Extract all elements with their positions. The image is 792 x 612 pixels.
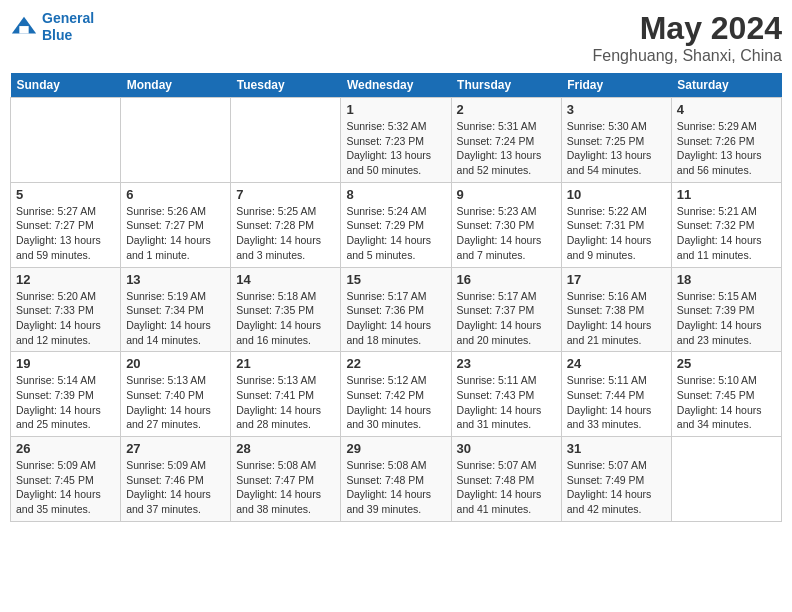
day-info: Sunrise: 5:16 AM Sunset: 7:38 PM Dayligh… — [567, 289, 666, 348]
day-number: 3 — [567, 102, 666, 117]
logo: General Blue — [10, 10, 94, 44]
calendar-cell: 14Sunrise: 5:18 AM Sunset: 7:35 PM Dayli… — [231, 267, 341, 352]
calendar-cell: 15Sunrise: 5:17 AM Sunset: 7:36 PM Dayli… — [341, 267, 451, 352]
day-info: Sunrise: 5:26 AM Sunset: 7:27 PM Dayligh… — [126, 204, 225, 263]
calendar-cell: 6Sunrise: 5:26 AM Sunset: 7:27 PM Daylig… — [121, 182, 231, 267]
calendar-cell: 17Sunrise: 5:16 AM Sunset: 7:38 PM Dayli… — [561, 267, 671, 352]
day-info: Sunrise: 5:32 AM Sunset: 7:23 PM Dayligh… — [346, 119, 445, 178]
day-info: Sunrise: 5:17 AM Sunset: 7:37 PM Dayligh… — [457, 289, 556, 348]
day-number: 12 — [16, 272, 115, 287]
day-info: Sunrise: 5:20 AM Sunset: 7:33 PM Dayligh… — [16, 289, 115, 348]
day-info: Sunrise: 5:11 AM Sunset: 7:43 PM Dayligh… — [457, 373, 556, 432]
day-number: 27 — [126, 441, 225, 456]
day-number: 1 — [346, 102, 445, 117]
page-header: General Blue May 2024 Fenghuang, Shanxi,… — [10, 10, 782, 65]
calendar-cell: 4Sunrise: 5:29 AM Sunset: 7:26 PM Daylig… — [671, 98, 781, 183]
page-subtitle: Fenghuang, Shanxi, China — [593, 47, 782, 65]
calendar-week-1: 1Sunrise: 5:32 AM Sunset: 7:23 PM Daylig… — [11, 98, 782, 183]
day-header-monday: Monday — [121, 73, 231, 98]
day-info: Sunrise: 5:10 AM Sunset: 7:45 PM Dayligh… — [677, 373, 776, 432]
day-number: 14 — [236, 272, 335, 287]
day-number: 29 — [346, 441, 445, 456]
day-info: Sunrise: 5:31 AM Sunset: 7:24 PM Dayligh… — [457, 119, 556, 178]
day-info: Sunrise: 5:13 AM Sunset: 7:41 PM Dayligh… — [236, 373, 335, 432]
calendar-cell: 18Sunrise: 5:15 AM Sunset: 7:39 PM Dayli… — [671, 267, 781, 352]
day-info: Sunrise: 5:22 AM Sunset: 7:31 PM Dayligh… — [567, 204, 666, 263]
day-number: 16 — [457, 272, 556, 287]
day-number: 18 — [677, 272, 776, 287]
day-header-wednesday: Wednesday — [341, 73, 451, 98]
title-block: May 2024 Fenghuang, Shanxi, China — [593, 10, 782, 65]
day-info: Sunrise: 5:07 AM Sunset: 7:49 PM Dayligh… — [567, 458, 666, 517]
day-number: 5 — [16, 187, 115, 202]
calendar-cell: 1Sunrise: 5:32 AM Sunset: 7:23 PM Daylig… — [341, 98, 451, 183]
calendar-body: 1Sunrise: 5:32 AM Sunset: 7:23 PM Daylig… — [11, 98, 782, 522]
day-info: Sunrise: 5:15 AM Sunset: 7:39 PM Dayligh… — [677, 289, 776, 348]
day-number: 20 — [126, 356, 225, 371]
calendar-cell: 13Sunrise: 5:19 AM Sunset: 7:34 PM Dayli… — [121, 267, 231, 352]
day-info: Sunrise: 5:30 AM Sunset: 7:25 PM Dayligh… — [567, 119, 666, 178]
calendar-cell: 29Sunrise: 5:08 AM Sunset: 7:48 PM Dayli… — [341, 437, 451, 522]
calendar-cell: 16Sunrise: 5:17 AM Sunset: 7:37 PM Dayli… — [451, 267, 561, 352]
day-number: 24 — [567, 356, 666, 371]
calendar-cell: 20Sunrise: 5:13 AM Sunset: 7:40 PM Dayli… — [121, 352, 231, 437]
page-title: May 2024 — [593, 10, 782, 47]
calendar-cell — [671, 437, 781, 522]
day-number: 8 — [346, 187, 445, 202]
calendar-cell: 24Sunrise: 5:11 AM Sunset: 7:44 PM Dayli… — [561, 352, 671, 437]
day-info: Sunrise: 5:17 AM Sunset: 7:36 PM Dayligh… — [346, 289, 445, 348]
day-info: Sunrise: 5:25 AM Sunset: 7:28 PM Dayligh… — [236, 204, 335, 263]
calendar-cell: 21Sunrise: 5:13 AM Sunset: 7:41 PM Dayli… — [231, 352, 341, 437]
day-number: 21 — [236, 356, 335, 371]
day-number: 6 — [126, 187, 225, 202]
day-info: Sunrise: 5:13 AM Sunset: 7:40 PM Dayligh… — [126, 373, 225, 432]
calendar-cell: 28Sunrise: 5:08 AM Sunset: 7:47 PM Dayli… — [231, 437, 341, 522]
calendar-week-3: 12Sunrise: 5:20 AM Sunset: 7:33 PM Dayli… — [11, 267, 782, 352]
calendar-table: SundayMondayTuesdayWednesdayThursdayFrid… — [10, 73, 782, 522]
calendar-cell: 23Sunrise: 5:11 AM Sunset: 7:43 PM Dayli… — [451, 352, 561, 437]
calendar-cell: 9Sunrise: 5:23 AM Sunset: 7:30 PM Daylig… — [451, 182, 561, 267]
calendar-cell: 8Sunrise: 5:24 AM Sunset: 7:29 PM Daylig… — [341, 182, 451, 267]
logo-icon — [10, 13, 38, 41]
day-info: Sunrise: 5:23 AM Sunset: 7:30 PM Dayligh… — [457, 204, 556, 263]
day-number: 31 — [567, 441, 666, 456]
day-number: 25 — [677, 356, 776, 371]
day-info: Sunrise: 5:18 AM Sunset: 7:35 PM Dayligh… — [236, 289, 335, 348]
calendar-cell: 2Sunrise: 5:31 AM Sunset: 7:24 PM Daylig… — [451, 98, 561, 183]
logo-line2: Blue — [42, 27, 72, 43]
day-number: 22 — [346, 356, 445, 371]
day-number: 23 — [457, 356, 556, 371]
day-number: 15 — [346, 272, 445, 287]
day-number: 11 — [677, 187, 776, 202]
calendar-cell: 31Sunrise: 5:07 AM Sunset: 7:49 PM Dayli… — [561, 437, 671, 522]
day-info: Sunrise: 5:24 AM Sunset: 7:29 PM Dayligh… — [346, 204, 445, 263]
day-header-thursday: Thursday — [451, 73, 561, 98]
day-number: 26 — [16, 441, 115, 456]
day-info: Sunrise: 5:08 AM Sunset: 7:48 PM Dayligh… — [346, 458, 445, 517]
logo-line1: General — [42, 10, 94, 26]
day-info: Sunrise: 5:29 AM Sunset: 7:26 PM Dayligh… — [677, 119, 776, 178]
day-info: Sunrise: 5:09 AM Sunset: 7:46 PM Dayligh… — [126, 458, 225, 517]
day-number: 13 — [126, 272, 225, 287]
svg-rect-2 — [19, 26, 28, 33]
day-info: Sunrise: 5:14 AM Sunset: 7:39 PM Dayligh… — [16, 373, 115, 432]
day-number: 19 — [16, 356, 115, 371]
calendar-cell: 27Sunrise: 5:09 AM Sunset: 7:46 PM Dayli… — [121, 437, 231, 522]
calendar-cell: 30Sunrise: 5:07 AM Sunset: 7:48 PM Dayli… — [451, 437, 561, 522]
logo-text: General Blue — [42, 10, 94, 44]
calendar-cell: 19Sunrise: 5:14 AM Sunset: 7:39 PM Dayli… — [11, 352, 121, 437]
calendar-week-4: 19Sunrise: 5:14 AM Sunset: 7:39 PM Dayli… — [11, 352, 782, 437]
calendar-cell — [121, 98, 231, 183]
day-info: Sunrise: 5:08 AM Sunset: 7:47 PM Dayligh… — [236, 458, 335, 517]
day-number: 10 — [567, 187, 666, 202]
calendar-week-5: 26Sunrise: 5:09 AM Sunset: 7:45 PM Dayli… — [11, 437, 782, 522]
calendar-cell: 25Sunrise: 5:10 AM Sunset: 7:45 PM Dayli… — [671, 352, 781, 437]
calendar-cell — [11, 98, 121, 183]
day-number: 30 — [457, 441, 556, 456]
day-info: Sunrise: 5:07 AM Sunset: 7:48 PM Dayligh… — [457, 458, 556, 517]
day-info: Sunrise: 5:09 AM Sunset: 7:45 PM Dayligh… — [16, 458, 115, 517]
day-number: 2 — [457, 102, 556, 117]
calendar-cell — [231, 98, 341, 183]
day-number: 7 — [236, 187, 335, 202]
day-header-tuesday: Tuesday — [231, 73, 341, 98]
